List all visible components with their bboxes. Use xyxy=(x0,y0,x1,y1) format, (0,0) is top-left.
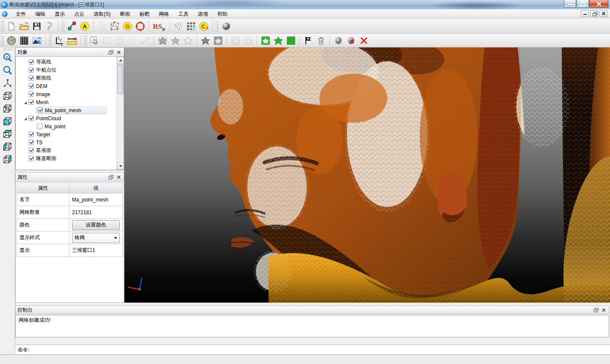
menu-select[interactable]: 选取(S) xyxy=(89,10,115,18)
toolbar-grip[interactable] xyxy=(1,20,4,32)
pick-hook-button[interactable] xyxy=(43,20,56,32)
toolbar-grip[interactable] xyxy=(61,20,65,32)
close-panel-icon[interactable] xyxy=(601,307,607,313)
checkbox[interactable] xyxy=(37,124,42,129)
child-minimize-button[interactable] xyxy=(581,10,589,17)
checkbox[interactable] xyxy=(28,83,34,89)
green-star-button[interactable] xyxy=(272,35,285,46)
zyx-axes-button[interactable]: ZYX xyxy=(53,35,66,46)
child-close-button[interactable] xyxy=(599,10,607,17)
open-folder-button[interactable] xyxy=(18,20,30,32)
frame-star-2-button[interactable] xyxy=(242,35,255,46)
color-grid-button[interactable] xyxy=(185,20,197,32)
command-line[interactable]: 命令: xyxy=(15,345,610,355)
view-front-button[interactable] xyxy=(0,115,15,128)
tree-item[interactable]: Image xyxy=(16,90,124,98)
star-select-2-button[interactable] xyxy=(169,35,182,46)
tree-item[interactable]: 基准面 xyxy=(16,146,124,154)
menu-display[interactable]: 显示 xyxy=(50,10,69,18)
view-cube-1-button[interactable] xyxy=(0,90,15,102)
checkbox[interactable] xyxy=(28,59,34,65)
view-left-button[interactable] xyxy=(0,141,15,153)
set-color-button[interactable]: 设置颜色 xyxy=(72,220,120,230)
scroll-down-icon[interactable] xyxy=(117,163,124,170)
geodesic-sphere-button[interactable] xyxy=(5,35,18,46)
view-top-button[interactable] xyxy=(0,128,15,141)
flag-button[interactable] xyxy=(302,35,315,46)
menu-tools[interactable]: 工具 xyxy=(174,10,193,18)
blob-sphere-button[interactable] xyxy=(332,35,345,46)
tree-item[interactable]: TS xyxy=(16,138,124,146)
scroll-up-icon[interactable] xyxy=(117,57,124,64)
tree-item[interactable]: DEM xyxy=(16,82,124,90)
line-select-button[interactable] xyxy=(139,35,152,46)
star-select-1-button[interactable] xyxy=(156,35,169,46)
blob-delete-button[interactable] xyxy=(345,35,358,46)
close-button[interactable] xyxy=(589,0,608,8)
checkbox[interactable] xyxy=(28,132,34,137)
star-select-3-button[interactable] xyxy=(182,35,194,46)
child-restore-button[interactable] xyxy=(590,10,598,17)
sphere-button[interactable] xyxy=(220,20,233,32)
wireframe-box-button[interactable] xyxy=(108,20,121,32)
green-star-box-button[interactable] xyxy=(259,35,272,46)
minimize-button[interactable] xyxy=(564,0,576,8)
polygon-select-button[interactable] xyxy=(114,35,126,46)
float-panel-icon[interactable] xyxy=(108,49,114,55)
float-panel-icon[interactable] xyxy=(108,174,114,180)
tree-item[interactable]: 中桩点位 xyxy=(16,66,124,74)
viewport-3d[interactable] xyxy=(124,47,610,303)
lasso-select-button[interactable] xyxy=(126,35,139,46)
float-panel-icon[interactable] xyxy=(593,307,599,313)
rs-p-button[interactable]: RSp xyxy=(151,20,167,32)
tree-item[interactable]: Target xyxy=(16,130,124,138)
star-solid-button[interactable] xyxy=(199,35,212,46)
circle-g-button[interactable]: G xyxy=(121,20,134,32)
menu-options[interactable]: 选项 xyxy=(193,10,213,18)
save-button[interactable] xyxy=(30,20,43,32)
frame-star-1-button[interactable] xyxy=(229,35,242,46)
checkbox[interactable] xyxy=(28,140,34,145)
menu-file[interactable]: 文件 xyxy=(11,10,30,18)
point-cloud-button[interactable] xyxy=(96,20,108,32)
checkbox[interactable] xyxy=(28,116,34,121)
checkbox[interactable] xyxy=(28,148,34,153)
close-panel-icon[interactable] xyxy=(116,49,122,55)
menu-pointcloud[interactable]: 点云 xyxy=(69,10,89,18)
close-panel-icon[interactable] xyxy=(116,174,122,180)
toolbar-grip[interactable] xyxy=(1,35,4,46)
rect-select-button[interactable] xyxy=(101,35,114,46)
circle-a-button[interactable]: A xyxy=(78,20,91,32)
green-dots-box-button[interactable] xyxy=(285,35,297,46)
tree-item[interactable]: Mesh xyxy=(16,98,124,106)
checkbox[interactable] xyxy=(28,75,34,81)
checkbox[interactable] xyxy=(28,67,34,73)
expander-icon[interactable] xyxy=(22,99,28,105)
checkbox[interactable] xyxy=(28,99,34,105)
menu-target[interactable]: 标靶 xyxy=(135,10,154,18)
checkbox[interactable] xyxy=(28,156,34,161)
view-right-button[interactable] xyxy=(0,153,15,166)
menu-edit[interactable]: 编辑 xyxy=(30,10,50,18)
ellipse-scatter-button[interactable] xyxy=(172,20,185,32)
toolbar-grip[interactable] xyxy=(3,48,12,51)
toolbar-grip[interactable] xyxy=(49,35,52,46)
measure-distance-button[interactable] xyxy=(66,35,78,46)
checkbox[interactable] xyxy=(37,108,43,113)
tree-item[interactable]: Ma_point xyxy=(16,122,124,130)
tree-item[interactable]: Ma_point_mesh xyxy=(16,106,124,114)
expander-icon[interactable] xyxy=(22,116,28,121)
toolbar-grip[interactable] xyxy=(84,35,87,46)
delete-trash-button[interactable] xyxy=(315,35,327,46)
view-cube-2-button[interactable] xyxy=(0,102,15,115)
tree-item[interactable]: 断面线 xyxy=(16,74,124,82)
grid-board-button[interactable] xyxy=(18,35,30,46)
checkbox[interactable] xyxy=(28,91,34,97)
scroll-thumb[interactable] xyxy=(117,64,123,94)
registration-button[interactable] xyxy=(66,20,78,32)
terrain-view-button[interactable] xyxy=(30,35,43,46)
toolbar-grip[interactable] xyxy=(216,20,219,32)
menu-section[interactable]: 断面 xyxy=(115,10,135,18)
display-style-dropdown[interactable]: 格网 xyxy=(72,233,120,243)
tree-item[interactable]: PointCloud xyxy=(16,114,124,122)
